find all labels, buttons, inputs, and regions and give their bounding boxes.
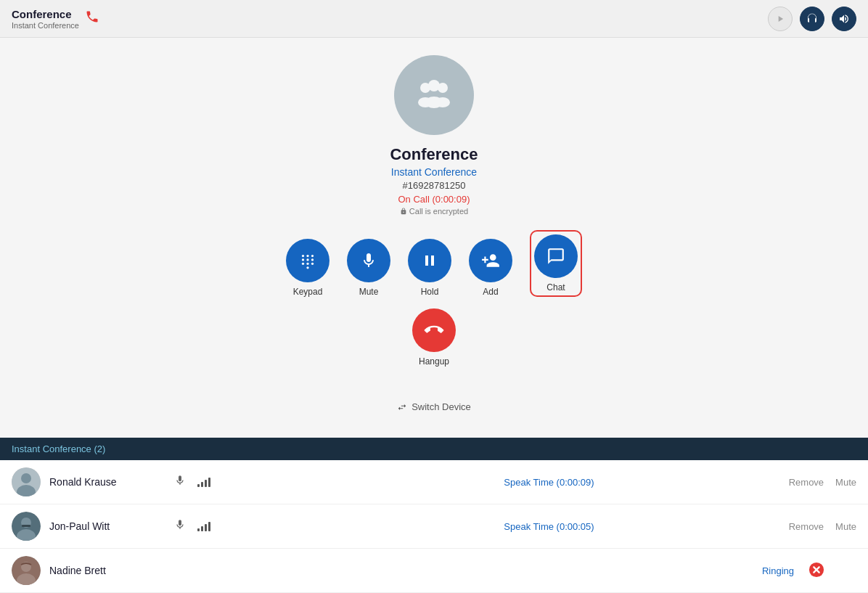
avatar (12, 467, 41, 496)
avatar (12, 512, 41, 541)
mute-button[interactable] (347, 239, 390, 282)
svg-point-9 (302, 258, 304, 261)
ringing-status: Ringing (762, 565, 794, 576)
speak-time: Speak Time (0:00:09) (504, 477, 779, 488)
header-bar: Conference Instant Conference (0, 0, 868, 38)
svg-point-7 (306, 255, 308, 257)
svg-point-8 (311, 255, 314, 257)
svg-point-15 (306, 266, 308, 269)
speak-time: Speak Time (0:00:05) (504, 521, 779, 532)
mute-label: Mute (359, 287, 379, 297)
svg-point-11 (311, 258, 314, 261)
contact-avatar (394, 55, 474, 135)
svg-point-5 (425, 97, 443, 108)
hangup-label: Hangup (419, 356, 449, 367)
mute-participant-button[interactable]: Mute (835, 521, 856, 532)
conference-section: Instant Conference (2) Ronald Krause Spe… (0, 438, 868, 593)
keypad-label: Keypad (293, 287, 323, 297)
svg-rect-22 (22, 525, 30, 527)
hold-button[interactable] (408, 239, 451, 282)
add-group: Add (469, 239, 512, 297)
headset-button[interactable] (800, 7, 824, 31)
main-content: Conference Instant Conference #169287812… (0, 38, 868, 412)
hangup-button[interactable] (412, 308, 456, 352)
participant-name: Ronald Krause (49, 476, 165, 488)
header-title-group: Conference Instant Conference (12, 8, 79, 30)
signal-bars (197, 521, 210, 531)
mic-icon (174, 475, 186, 489)
switch-device-button[interactable]: Switch Device (397, 401, 471, 412)
action-buttons: Keypad Mute Hold (286, 230, 582, 297)
hold-group: Hold (408, 239, 451, 297)
remove-button[interactable]: Remove (789, 521, 824, 532)
header-subtitle: Instant Conference (12, 21, 79, 30)
signal-bars (197, 477, 210, 487)
add-label: Add (483, 287, 498, 297)
hold-label: Hold (421, 287, 439, 297)
chat-group: Chat (530, 230, 582, 297)
chat-button[interactable] (534, 234, 578, 278)
table-row: Nadine Brett Ringing (0, 549, 868, 593)
svg-point-12 (302, 263, 304, 265)
contact-name: Conference (390, 145, 478, 164)
svg-point-14 (311, 263, 314, 265)
participant-name: Nadine Brett (49, 565, 165, 576)
participant-actions: Remove Mute (789, 477, 856, 488)
contact-subtitle: Instant Conference (391, 166, 477, 178)
play-button[interactable] (768, 7, 793, 31)
participant-actions: Remove Mute (789, 521, 856, 532)
table-row: Ronald Krause Speak Time (0:00:09) Remov… (0, 460, 868, 504)
contact-number: #16928781250 (403, 180, 466, 191)
svg-point-2 (428, 80, 440, 91)
chat-label: Chat (546, 282, 565, 293)
phone-icon (85, 9, 99, 28)
volume-button[interactable] (832, 7, 856, 31)
header-controls (768, 7, 856, 31)
svg-point-6 (302, 255, 304, 257)
mic-icon (174, 519, 186, 533)
svg-point-13 (306, 263, 308, 265)
participant-name: Jon-Paul Witt (49, 520, 165, 532)
keypad-button[interactable] (286, 239, 329, 282)
table-row: Jon-Paul Witt Speak Time (0:00:05) Remov… (0, 504, 868, 549)
cancel-ringing-button[interactable] (808, 562, 824, 580)
remove-button[interactable]: Remove (789, 477, 824, 488)
hangup-group: Hangup (412, 308, 456, 367)
header-title: Conference (12, 8, 79, 21)
svg-point-17 (21, 473, 31, 483)
mute-participant-button[interactable]: Mute (835, 477, 856, 488)
keypad-group: Keypad (286, 239, 329, 297)
conference-header: Instant Conference (2) (0, 438, 868, 460)
mute-group: Mute (347, 239, 390, 297)
call-status: On Call (0:00:09) (398, 194, 470, 205)
add-button[interactable] (469, 239, 512, 282)
encrypted-label: Call is encrypted (400, 207, 468, 216)
svg-point-10 (306, 258, 308, 261)
avatar (12, 556, 41, 585)
